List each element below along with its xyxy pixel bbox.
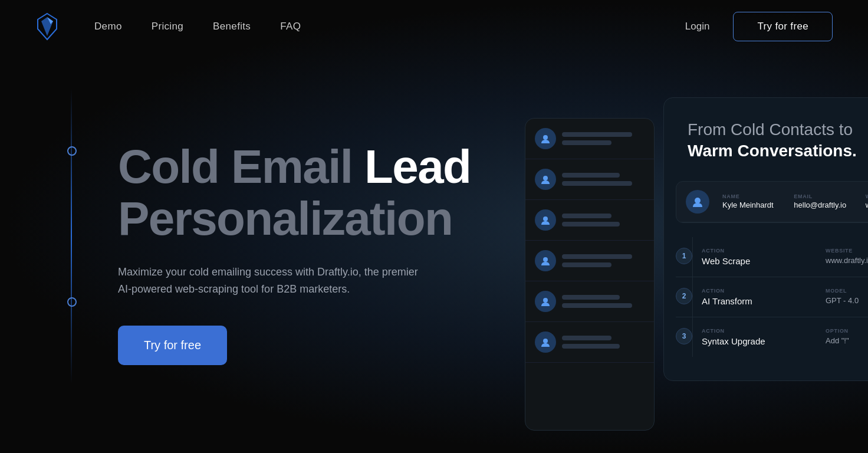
right-panel: From Cold Contacts to Warm Conversations… bbox=[489, 0, 868, 453]
step-1-action: ACTION Web Scrape bbox=[702, 248, 816, 266]
workflow-title-bold: Warm Conversations. bbox=[688, 142, 857, 160]
nav-item-demo[interactable]: Demo bbox=[94, 21, 122, 32]
step-1-action-value: Web Scrape bbox=[702, 256, 816, 266]
step-2-action-value: AI Transform bbox=[702, 296, 816, 306]
blur-line bbox=[562, 173, 620, 178]
workflow-header: From Cold Contacts to Warm Conversations… bbox=[664, 98, 868, 181]
contact-avatar-6 bbox=[535, 331, 556, 353]
nav-left: Demo Pricing Benefits FAQ bbox=[35, 12, 301, 41]
hero-title-part1: Cold Email bbox=[118, 140, 352, 193]
contact-avatar-2 bbox=[535, 169, 556, 190]
step-number-3: 3 bbox=[676, 328, 692, 344]
contact-info-1 bbox=[562, 132, 645, 145]
step-number-2: 2 bbox=[676, 288, 692, 304]
svg-point-1 bbox=[543, 176, 548, 180]
hero-title-part2: Personalization bbox=[118, 193, 489, 245]
svg-point-0 bbox=[543, 135, 548, 140]
contact-row-4 bbox=[525, 241, 654, 281]
step-2-secondary: MODEL GPT - 4.0 bbox=[826, 288, 868, 305]
step-3-secondary-label: OPTION bbox=[826, 328, 868, 334]
step-2-secondary-label: MODEL bbox=[826, 288, 868, 294]
nav-item-pricing[interactable]: Pricing bbox=[152, 21, 183, 32]
nav-links: Demo Pricing Benefits FAQ bbox=[94, 21, 301, 32]
try-free-button-hero[interactable]: Try for free bbox=[118, 326, 227, 365]
blur-line bbox=[562, 254, 632, 259]
contact-info-2 bbox=[562, 173, 645, 186]
nav-link-pricing[interactable]: Pricing bbox=[152, 21, 183, 32]
hero-subtitle: Maximize your cold emailing success with… bbox=[118, 264, 425, 298]
nav-item-benefits[interactable]: Benefits bbox=[213, 21, 251, 32]
blur-line bbox=[562, 140, 611, 145]
contact-name-field: NAME Kyle Meinhardt bbox=[722, 193, 787, 209]
svg-point-6 bbox=[695, 198, 701, 203]
name-label: NAME bbox=[722, 193, 787, 199]
step-3-action-value: Syntax Upgrade bbox=[702, 336, 816, 346]
dot-indicator-bottom bbox=[67, 297, 77, 307]
contact-avatar-detail bbox=[686, 190, 709, 214]
svg-point-3 bbox=[543, 257, 548, 262]
contact-detail-card: NAME Kyle Meinhardt EMAIL hello@draftly.… bbox=[676, 181, 868, 223]
svg-point-5 bbox=[543, 339, 548, 343]
contact-email-field: EMAIL hello@draftly.io bbox=[794, 193, 858, 209]
name-value: Kyle Meinhardt bbox=[722, 201, 787, 209]
step-1-secondary-label: WEBSITE bbox=[826, 248, 868, 254]
step-2-secondary-value: GPT - 4.0 bbox=[826, 296, 868, 305]
step-3-action: ACTION Syntax Upgrade bbox=[702, 328, 816, 346]
nav-link-benefits[interactable]: Benefits bbox=[213, 21, 251, 32]
login-link[interactable]: Login bbox=[685, 21, 710, 32]
blur-line bbox=[562, 336, 611, 340]
blur-line bbox=[562, 222, 620, 226]
contact-info-5 bbox=[562, 295, 645, 308]
contact-detail-header: NAME Kyle Meinhardt EMAIL hello@draftly.… bbox=[676, 182, 868, 222]
logo-icon bbox=[35, 12, 59, 41]
email-label: EMAIL bbox=[794, 193, 858, 199]
workflow-step-1: 1 ACTION Web Scrape WEBSITE www.draftly.… bbox=[676, 237, 868, 277]
contact-row-2 bbox=[525, 159, 654, 200]
step-1-secondary-value: www.draftly.io bbox=[826, 256, 868, 265]
contact-row-5 bbox=[525, 281, 654, 322]
contact-avatar-4 bbox=[535, 250, 556, 271]
step-3-secondary-value: Add "!" bbox=[826, 336, 868, 345]
contact-avatar-1 bbox=[535, 128, 556, 149]
nav-right: Login Try for free bbox=[685, 12, 833, 41]
contact-row-6 bbox=[525, 322, 654, 363]
logo[interactable] bbox=[35, 12, 59, 41]
svg-point-2 bbox=[543, 216, 548, 221]
try-free-button-nav[interactable]: Try for free bbox=[733, 12, 833, 41]
contact-info-4 bbox=[562, 254, 645, 267]
hero-title: Cold Email Lead Personalization bbox=[118, 141, 489, 245]
blur-line bbox=[562, 214, 611, 218]
workflow-step-3: 3 ACTION Syntax Upgrade OPTION Add "!" bbox=[676, 317, 868, 357]
website-label: WEBSITE bbox=[866, 193, 868, 199]
dot-indicators bbox=[67, 146, 77, 307]
step-1-secondary: WEBSITE www.draftly.io bbox=[826, 248, 868, 265]
nav-item-faq[interactable]: FAQ bbox=[280, 21, 301, 32]
step-3-action-label: ACTION bbox=[702, 328, 816, 334]
contact-avatar-3 bbox=[535, 209, 556, 231]
step-number-1: 1 bbox=[676, 248, 692, 264]
workflow-step-2: 2 ACTION AI Transform MODEL GPT - 4.0 bbox=[676, 277, 868, 317]
hero-title-highlight: Lead bbox=[364, 140, 471, 193]
blur-line bbox=[562, 295, 620, 300]
website-value: www.draftly.io bbox=[866, 201, 868, 209]
step-2-action-label: ACTION bbox=[702, 288, 816, 294]
contacts-panel bbox=[525, 118, 655, 431]
step-1-action-label: ACTION bbox=[702, 248, 816, 254]
blur-line bbox=[562, 132, 632, 137]
step-2-action: ACTION AI Transform bbox=[702, 288, 816, 306]
blur-line bbox=[562, 344, 620, 349]
contact-info-3 bbox=[562, 214, 645, 226]
contact-website-field: WEBSITE www.draftly.io bbox=[866, 193, 868, 209]
contact-info-6 bbox=[562, 336, 645, 349]
email-value: hello@draftly.io bbox=[794, 201, 858, 209]
svg-point-4 bbox=[543, 298, 548, 303]
workflow-panel: From Cold Contacts to Warm Conversations… bbox=[663, 97, 868, 381]
contact-row-1 bbox=[525, 119, 654, 159]
nav-link-demo[interactable]: Demo bbox=[94, 21, 122, 32]
step-3-secondary: OPTION Add "!" bbox=[826, 328, 868, 345]
contact-row-3 bbox=[525, 200, 654, 241]
workflow-steps: 1 ACTION Web Scrape WEBSITE www.draftly.… bbox=[664, 237, 868, 357]
nav-link-faq[interactable]: FAQ bbox=[280, 21, 301, 32]
workflow-title-normal: From Cold Contacts to bbox=[688, 120, 853, 139]
dot-indicator-top bbox=[67, 146, 77, 156]
